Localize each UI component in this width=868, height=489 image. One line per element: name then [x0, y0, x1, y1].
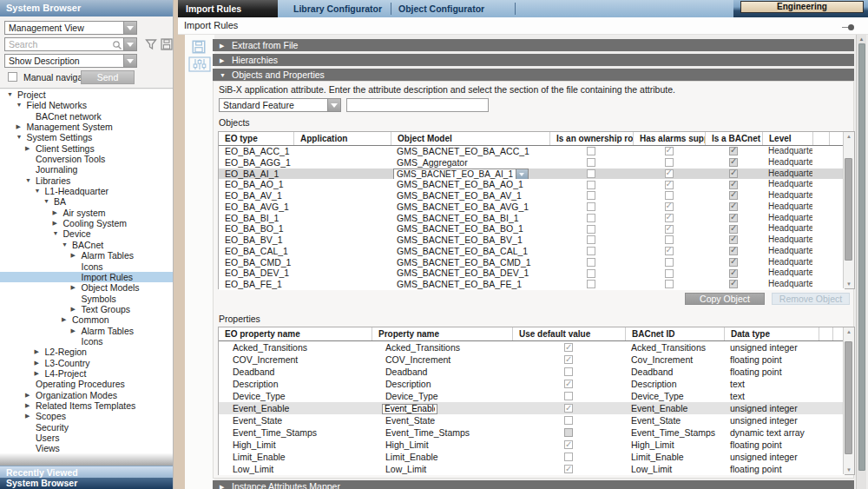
properties-table-row-limit_enable[interactable]: Limit_EnableLimit_EnableLimit_Enableunsi…: [219, 451, 845, 463]
checkbox-checked[interactable]: [665, 169, 674, 178]
chevron-down-icon[interactable]: [123, 55, 136, 67]
checkbox-unchecked[interactable]: [587, 191, 595, 200]
column-header[interactable]: EO property name: [219, 327, 372, 340]
checkbox-checked[interactable]: [564, 355, 573, 364]
objects-table-row-eo_ba_bv_1[interactable]: EO_BA_BV_1GMS_BACNET_EO_BA_BV_1Headquart…: [219, 235, 845, 246]
pin-icon[interactable]: [842, 24, 854, 30]
properties-table-row-event_state[interactable]: Event_StateEvent_StateEvent_Stateunsigne…: [219, 414, 845, 426]
checkbox-unchecked[interactable]: [587, 280, 595, 288]
tree-collapsed-icon[interactable]: ▶: [25, 143, 36, 154]
tree-item-libraries[interactable]: ▼Libraries: [0, 175, 173, 186]
tree-collapsed-icon[interactable]: ▶: [53, 208, 63, 218]
objects-table-scrollbar[interactable]: ▲ ▼: [843, 132, 854, 288]
tree-expanded-icon[interactable]: ▼: [62, 240, 72, 250]
tree-collapsed-icon[interactable]: ▶: [35, 358, 45, 368]
property-name-input[interactable]: [382, 404, 437, 414]
checkbox-unchecked[interactable]: [665, 258, 674, 267]
tree-item-import-rules[interactable]: Import Rules: [0, 272, 173, 282]
section-hierarchies[interactable]: ▶Hierarchies: [213, 54, 854, 66]
section-objects-and-properties[interactable]: ▼Objects and Properties: [213, 69, 854, 81]
tree-collapsed-icon[interactable]: ▶: [16, 122, 27, 132]
tab-library-configurator[interactable]: Library Configurator: [293, 0, 382, 17]
display-mode-dropdown[interactable]: Show Description: [4, 54, 137, 68]
checkbox-unchecked[interactable]: [587, 225, 595, 234]
tree-item-operating-procedures[interactable]: Operating Procedures: [0, 379, 173, 389]
chevron-down-icon[interactable]: [516, 169, 528, 179]
tree-item-users[interactable]: Users: [0, 433, 173, 443]
tree-expanded-icon[interactable]: ▼: [16, 100, 27, 110]
checkbox-checked[interactable]: [564, 380, 573, 388]
search-input[interactable]: [5, 38, 111, 50]
manual-navigation-checkbox[interactable]: [8, 72, 17, 82]
checkbox-checked[interactable]: [665, 147, 674, 155]
tree-expanded-icon[interactable]: ▼: [35, 186, 45, 196]
properties-table-scrollbar[interactable]: ▲ ▼: [843, 327, 854, 474]
objects-table-row-eo_ba_bo_1[interactable]: EO_BA_BO_1GMS_BACNET_EO_BA_BO_1Headquart…: [219, 223, 845, 235]
chevron-down-icon[interactable]: [327, 99, 340, 111]
checkbox-unchecked[interactable]: [564, 392, 573, 400]
checkbox-unchecked[interactable]: [564, 416, 573, 425]
properties-table-row-event_time_stamps[interactable]: Event_Time_StampsEvent_Time_StampsEvent_…: [219, 426, 845, 439]
column-header[interactable]: BACnet ID: [625, 327, 724, 340]
properties-table-row-high_limit[interactable]: High_LimitHigh_LimitHigh_Limitfloating p…: [219, 439, 845, 451]
save-icon[interactable]: [191, 39, 207, 55]
tree-item-security[interactable]: Security: [0, 422, 173, 433]
tree-item-scopes[interactable]: ▶Scopes: [0, 411, 173, 421]
properties-table-row-device_type[interactable]: Device_TypeDevice_TypeDevice_Typetext: [219, 390, 845, 402]
tree-expanded-icon[interactable]: ▼: [25, 175, 36, 186]
checkbox-checked[interactable]: [564, 440, 573, 449]
filter-icon[interactable]: [144, 37, 158, 51]
tab-import-rules[interactable]: Import Rules: [178, 0, 278, 17]
tree-item-bacnet[interactable]: ▼BACnet: [0, 240, 173, 250]
tree-item-alarm-tables[interactable]: ▶Alarm Tables: [0, 250, 173, 261]
checkbox-unchecked[interactable]: [587, 235, 595, 244]
checkbox-unchecked[interactable]: [587, 258, 595, 267]
column-header[interactable]: Level: [762, 132, 812, 145]
properties-table-row-acked_transitions[interactable]: Acked_TransitionsAcked_TransitionsAcked_…: [219, 341, 845, 354]
checkbox-unchecked[interactable]: [665, 235, 674, 244]
tree-item-related-items-templates[interactable]: ▶Related Items Templates: [0, 400, 173, 411]
tree-collapsed-icon[interactable]: ▶: [71, 326, 82, 336]
checkbox-checked[interactable]: [665, 181, 674, 189]
checkbox-unchecked[interactable]: [587, 214, 595, 222]
chevron-down-icon[interactable]: [123, 38, 136, 50]
checkbox-checked[interactable]: [665, 225, 674, 234]
properties-table-row-cov_increment[interactable]: COV_IncrementCOV_IncrementCov_Incrementf…: [219, 354, 845, 366]
tree-collapsed-icon[interactable]: ▶: [35, 347, 45, 357]
tree-item-symbols[interactable]: Symbols: [0, 294, 173, 304]
checkbox-unchecked[interactable]: [665, 191, 674, 200]
checkbox-unchecked[interactable]: [665, 269, 674, 278]
objects-table-row-eo_ba_cal_1[interactable]: EO_BA_CAL_1GMS_BACNET_EO_BA_CAL_1Headqua…: [219, 246, 845, 257]
scroll-up-icon[interactable]: ▲: [844, 132, 854, 141]
column-header[interactable]: EO type: [219, 132, 293, 145]
tree-item-cooling-system[interactable]: ▶Cooling System: [0, 218, 173, 228]
tree-expanded-icon[interactable]: ▼: [43, 196, 54, 207]
feature-dropdown[interactable]: Standard Feature: [219, 98, 341, 112]
checkbox-checked[interactable]: [564, 343, 573, 352]
recently-viewed-bar[interactable]: Recently Viewed: [0, 466, 173, 478]
checkbox-checked[interactable]: [665, 247, 674, 255]
properties-table-row-low_limit[interactable]: Low_LimitLow_LimitLow_Limitfloating poin…: [219, 463, 845, 475]
scroll-up-icon[interactable]: ▲: [844, 327, 854, 336]
objects-table-row-eo_ba_av_1[interactable]: EO_BA_AV_1GMS_BACNET_EO_BA_AV_1Headquart…: [219, 190, 845, 202]
tree-expanded-icon[interactable]: ▼: [16, 132, 27, 142]
checkbox-checked[interactable]: [665, 202, 674, 211]
checkbox-checked[interactable]: [665, 214, 674, 222]
tab-object-configurator[interactable]: Object Configurator: [398, 0, 484, 17]
checkbox-checked[interactable]: [564, 404, 573, 413]
tree-item-air-system[interactable]: ▶Air system: [0, 208, 173, 218]
tree-collapsed-icon[interactable]: ▶: [25, 411, 36, 421]
object-model-combobox[interactable]: GMS_BACNET_EO_BA_AI_1: [393, 169, 529, 179]
objects-table-row-eo_ba_agg_1[interactable]: EO_BA_AGG_1GMS_AggregatorHeadquarter: [219, 157, 845, 169]
hierarchy-settings-icon[interactable]: [188, 56, 211, 72]
tree-item-journaling[interactable]: Journaling: [0, 164, 173, 175]
tree-item-device[interactable]: ▼Device: [0, 228, 173, 239]
objects-table-row-eo_ba_ai_1[interactable]: EO_BA_AI_1GMS_BACNET_EO_BA_AI_1Headquart…: [219, 169, 845, 180]
objects-table-row-eo_ba_ao_1[interactable]: EO_BA_AO_1GMS_BACNET_EO_BA_AO_1Headquart…: [219, 179, 845, 190]
checkbox-unchecked[interactable]: [587, 247, 595, 255]
section-extract-from-file[interactable]: ▶Extract from File: [213, 39, 854, 51]
checkbox-unchecked[interactable]: [587, 269, 595, 278]
save-filter-icon[interactable]: [160, 37, 174, 51]
tree-collapsed-icon[interactable]: ▶: [62, 314, 72, 325]
objects-table-row-eo_ba_avg_1[interactable]: EO_BA_AVG_1GMS_BACNET_EO_BA_AVG_1Headqua…: [219, 202, 845, 213]
